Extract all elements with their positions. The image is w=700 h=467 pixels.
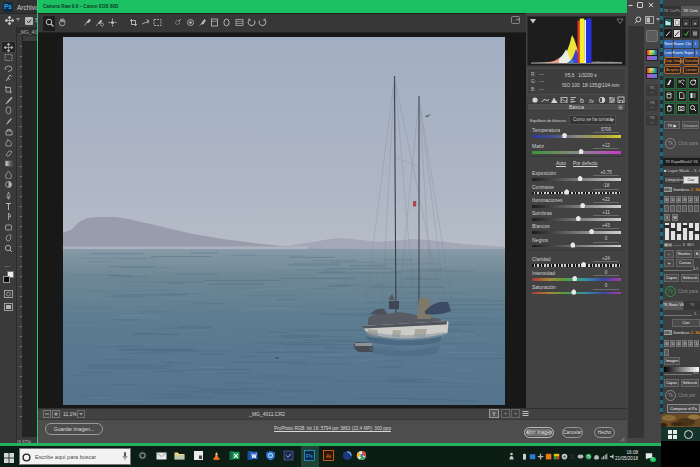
svg-text:Ps: Ps bbox=[306, 453, 313, 459]
svg-text:Ai: Ai bbox=[326, 453, 331, 459]
